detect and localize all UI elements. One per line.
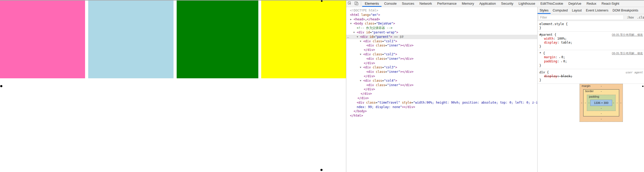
- tab-react-sight[interactable]: React-Sight: [599, 0, 622, 7]
- dom-tree-row[interactable]: <!DOCTYPE html>: [346, 8, 537, 13]
- sidebar-tab-layout[interactable]: Layout: [570, 7, 584, 14]
- code-token: <div: [366, 83, 374, 87]
- collapse-arrow-icon[interactable]: ▼: [350, 21, 351, 26]
- border-top-value[interactable]: -: [600, 90, 603, 93]
- sidebar-tab-styles[interactable]: Styles: [538, 7, 551, 14]
- stylesheet-source-link[interactable]: 08-05.等分布局解…修改: [612, 51, 643, 55]
- row-overflow-menu[interactable]: …: [347, 35, 349, 39]
- css-selector[interactable]: #parent: [539, 33, 553, 37]
- dom-tree-row[interactable]: …▼<div id="parent"> == $0: [346, 35, 537, 39]
- sidebar-tab-event-listeners[interactable]: Event Listeners: [584, 7, 610, 14]
- toggle-hover-state[interactable]: :hov: [627, 16, 634, 19]
- css-declaration[interactable]: display: table;: [539, 41, 643, 45]
- css-declaration[interactable]: margin: ▸0;: [539, 55, 643, 60]
- dom-tree-row[interactable]: <!-- 作为父级容器 -->: [346, 26, 537, 30]
- margin-right-value[interactable]: -: [619, 101, 622, 104]
- css-selector[interactable]: *: [539, 51, 541, 55]
- dom-tree-row[interactable]: </body>: [346, 109, 537, 114]
- css-selector[interactable]: element.style: [539, 22, 564, 26]
- tab-performance[interactable]: Performance: [434, 0, 459, 7]
- expand-arrow-icon[interactable]: ▶: [350, 17, 351, 22]
- dom-tree-row[interactable]: </div>: [346, 96, 537, 100]
- tab-console[interactable]: Console: [381, 0, 399, 7]
- sidebar-tab-dom-breakpoints[interactable]: DOM Breakpoints: [610, 7, 640, 14]
- cursor-artifact-dot: [321, 0, 323, 2]
- toggle-element-classes[interactable]: .cls: [637, 16, 644, 19]
- css-property-value: 100%: [557, 37, 565, 40]
- padding-left-value[interactable]: -: [588, 101, 590, 104]
- dom-tree-row[interactable]: ▼<div class="col1">: [346, 39, 537, 44]
- margin-top-value[interactable]: -: [600, 84, 603, 87]
- dom-tree-row[interactable]: </div>: [346, 92, 537, 96]
- dom-tree-row[interactable]: <div class="timeTravel" style="width:90%…: [346, 100, 537, 105]
- border-right-value[interactable]: -: [616, 101, 618, 104]
- tab-memory[interactable]: Memory: [459, 0, 477, 7]
- dom-tree-row[interactable]: ▼<div class="col4">: [346, 79, 537, 83]
- code-token: …: [365, 17, 367, 21]
- dom-tree-row[interactable]: ▼<div class="col3">: [346, 65, 537, 70]
- code-token: =: [382, 52, 384, 56]
- css-selector[interactable]: div: [539, 70, 545, 74]
- border-left-value[interactable]: -: [584, 101, 587, 104]
- sidebar-tab-computed[interactable]: Computed: [551, 7, 570, 14]
- styles-sidebar: StylesComputedLayoutEvent ListenersDOM B…: [537, 7, 644, 172]
- tab-network[interactable]: Network: [417, 0, 435, 7]
- dom-tree-row[interactable]: <div class="inner"></div>: [346, 83, 537, 87]
- dom-tree-row[interactable]: <html lang="en">: [346, 13, 537, 17]
- dom-tree-row[interactable]: <div class="inner"></div>: [346, 70, 537, 74]
- css-property-name: width: [544, 37, 553, 40]
- expand-value-icon[interactable]: ▸: [559, 56, 560, 59]
- user-agent-label[interactable]: user agent: [626, 70, 643, 74]
- dom-tree-row[interactable]: </div>: [346, 48, 537, 52]
- padding-bottom-value[interactable]: -: [600, 106, 603, 110]
- tab-application[interactable]: Application: [477, 0, 499, 7]
- code-token: "col3": [384, 66, 395, 69]
- tab-sources[interactable]: Sources: [399, 0, 417, 7]
- tab-dejavue[interactable]: DejaVue: [566, 0, 584, 7]
- dom-tree-row[interactable]: </div>: [346, 61, 537, 66]
- tab-editthiscookie[interactable]: EditThisCookie: [538, 0, 566, 7]
- styles-filter-input[interactable]: [539, 15, 624, 20]
- inspect-icon[interactable]: [346, 0, 353, 7]
- code-token: "width:90%; height: 90vh; position: abso…: [413, 101, 537, 104]
- device-toolbar-icon[interactable]: [353, 0, 360, 7]
- code-token: =: [385, 57, 387, 61]
- dom-tree-row[interactable]: <div class="inner"></div>: [346, 43, 537, 48]
- dom-tree-row[interactable]: </html>: [346, 114, 537, 118]
- collapse-arrow-icon[interactable]: ▼: [360, 52, 361, 57]
- collapse-arrow-icon[interactable]: ▼: [360, 79, 361, 83]
- dom-tree-row[interactable]: ▼<div class="col2">: [346, 52, 537, 57]
- css-declaration[interactable]: width: 100%;: [539, 37, 643, 41]
- dom-tree-row[interactable]: ▶<head>…</head>: [346, 17, 537, 22]
- code-token: == $0: [392, 35, 403, 39]
- code-token: id: [368, 35, 373, 39]
- border-bottom-value[interactable]: -: [600, 112, 603, 115]
- css-declaration[interactable]: display: block;: [539, 74, 643, 78]
- collapse-arrow-icon[interactable]: ▼: [357, 35, 358, 39]
- box-model-content[interactable]: 1336 × 300: [590, 100, 612, 106]
- collapse-arrow-icon[interactable]: ▼: [353, 30, 355, 35]
- code-token: <div: [366, 57, 374, 61]
- dom-tree-row[interactable]: </div>: [346, 74, 537, 79]
- expand-value-icon[interactable]: ▸: [561, 60, 562, 63]
- collapse-arrow-icon[interactable]: ▼: [360, 65, 361, 70]
- code-token: ></div>: [400, 70, 414, 74]
- dom-tree-row[interactable]: </div>: [346, 87, 537, 92]
- tab-lighthouse[interactable]: Lighthouse: [516, 0, 538, 7]
- css-rule: #parent {08-05.等分布局解…修改width: 100%;displ…: [538, 32, 644, 50]
- css-declaration[interactable]: padding: ▸0;: [539, 60, 643, 64]
- dom-tree-row[interactable]: ▼<div id="parent-wrap">: [346, 30, 537, 35]
- tab-security[interactable]: Security: [498, 0, 516, 7]
- collapse-arrow-icon[interactable]: ▼: [360, 39, 361, 44]
- margin-left-value[interactable]: -: [580, 101, 583, 104]
- tab-elements[interactable]: Elements: [362, 0, 381, 7]
- stylesheet-source-link[interactable]: 08-05.等分布局解…修改: [612, 33, 643, 37]
- dom-tree-row[interactable]: ▼<body class="DejaVue">: [346, 21, 537, 26]
- dom-tree-row[interactable]: <div class="inner"></div>: [346, 57, 537, 61]
- padding-right-value[interactable]: -: [612, 101, 615, 104]
- dom-tree-row[interactable]: ndex: 99; display: none"></div>: [346, 105, 537, 109]
- tab-redux[interactable]: Redux: [584, 0, 599, 7]
- devtools-toolbar: ElementsConsoleSourcesNetworkPerformance…: [346, 0, 644, 7]
- margin-bottom-value[interactable]: -: [600, 117, 603, 120]
- css-rule: element.style {}: [538, 21, 644, 32]
